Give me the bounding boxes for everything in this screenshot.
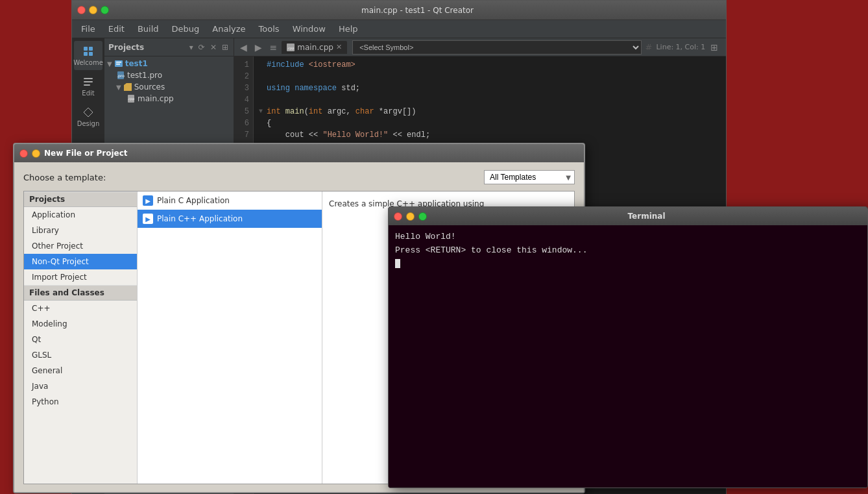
terminal-body[interactable]: Hello World! Press <RETURN> to close thi… xyxy=(389,225,867,488)
plain-cpp-label: Plain C++ Application xyxy=(157,214,243,223)
template-list: ▶ Plain C Application ▶ Plain C++ Applic… xyxy=(138,191,322,484)
cat-cpp[interactable]: C++ xyxy=(24,301,137,316)
cat-python[interactable]: Python xyxy=(24,394,137,410)
menu-help[interactable]: Help xyxy=(332,21,365,36)
edit-button[interactable]: Edit xyxy=(74,71,102,101)
cat-glsl[interactable]: GLSL xyxy=(24,347,137,363)
tree-item-pro[interactable]: .pro test1.pro xyxy=(104,69,234,81)
cat-library[interactable]: Library xyxy=(24,223,137,238)
close-button[interactable] xyxy=(77,6,86,14)
welcome-label: Welcome xyxy=(73,59,103,66)
svg-rect-9 xyxy=(116,64,120,65)
menu-analyze[interactable]: Analyze xyxy=(206,21,252,36)
editor-tab-bar: ◀ ▶ ≡ .cpp main.cpp ✕ <Select Symbol> # xyxy=(234,38,726,56)
svg-rect-8 xyxy=(116,62,121,63)
plain-c-label: Plain C Application xyxy=(157,196,230,205)
terminal-max-button[interactable] xyxy=(418,212,427,221)
plain-c-icon: ▶ xyxy=(143,195,153,206)
cat-java[interactable]: Java xyxy=(24,378,137,394)
menu-bar: File Edit Build Debug Analyze Tools Wind… xyxy=(72,20,726,38)
expand-icon[interactable]: ⊞ xyxy=(221,42,230,53)
sync-icon[interactable]: ⟳ xyxy=(197,42,206,53)
design-label: Design xyxy=(77,120,100,127)
svg-text:.pro: .pro xyxy=(117,73,125,79)
menu-build[interactable]: Build xyxy=(131,21,165,36)
dialog-min-button[interactable] xyxy=(32,149,40,158)
panel-title: Projects xyxy=(108,43,186,52)
template-plain-cpp[interactable]: ▶ Plain C++ Application xyxy=(138,210,322,228)
edit-label: Edit xyxy=(82,90,94,97)
svg-rect-4 xyxy=(84,78,93,79)
dialog-title-bar: New File or Project xyxy=(14,144,584,162)
svg-rect-2 xyxy=(84,52,88,56)
svg-rect-1 xyxy=(89,47,93,51)
terminal-title: Terminal xyxy=(431,212,862,221)
cat-modeling[interactable]: Modeling xyxy=(24,316,137,332)
tab-close-icon[interactable]: ✕ xyxy=(336,43,342,51)
terminal-cursor xyxy=(395,259,400,268)
terminal-cursor-line xyxy=(395,258,861,271)
tree-item-main[interactable]: .cpp main.cpp xyxy=(104,93,234,105)
cat-qt[interactable]: Qt xyxy=(24,332,137,347)
design-button[interactable]: Design xyxy=(74,102,102,131)
tree-pro-label: test1.pro xyxy=(127,71,162,80)
svg-rect-6 xyxy=(84,84,90,86)
svg-text:.cpp: .cpp xyxy=(128,97,135,101)
filter-icon[interactable]: ▾ xyxy=(188,42,195,53)
minimize-button[interactable] xyxy=(89,6,97,14)
close-panel-icon[interactable]: ✕ xyxy=(209,42,218,53)
category-list: Projects Application Library Other Proje… xyxy=(24,191,138,484)
cat-general[interactable]: General xyxy=(24,363,137,378)
svg-rect-5 xyxy=(84,81,93,82)
nav-back-button[interactable]: ◀ xyxy=(237,40,250,55)
tree-sources-label: Sources xyxy=(134,82,165,92)
choose-template-label: Choose a template: xyxy=(23,173,106,182)
cat-nonqt-project[interactable]: Non-Qt Project xyxy=(24,254,137,269)
welcome-button[interactable]: Welcome xyxy=(74,41,102,70)
plain-cpp-icon: ▶ xyxy=(143,214,153,224)
template-filter-select[interactable]: All Templates Projects Files and Classes xyxy=(484,170,575,184)
tree-item-sources[interactable]: ▼ Sources xyxy=(104,81,234,93)
terminal-window: Terminal Hello World! Press <RETURN> to … xyxy=(388,206,868,488)
template-filter-wrapper: All Templates Projects Files and Classes xyxy=(484,170,575,184)
terminal-line2: Press <RETURN> to close this window... xyxy=(395,244,861,258)
menu-edit[interactable]: Edit xyxy=(102,21,131,36)
nav-dropdown-button[interactable]: ≡ xyxy=(267,40,281,55)
line-info: Line: 1, Col: 1 xyxy=(656,43,705,51)
files-header: Files and Classes xyxy=(24,285,137,301)
cat-application[interactable]: Application xyxy=(24,207,137,223)
symbol-select[interactable]: <Select Symbol> xyxy=(352,40,641,55)
menu-file[interactable]: File xyxy=(75,21,102,36)
svg-rect-3 xyxy=(89,52,93,56)
title-bar: main.cpp - test1 - Qt Creator xyxy=(72,1,726,20)
dialog-title: New File or Project xyxy=(44,149,579,158)
editor-tab-main[interactable]: .cpp main.cpp ✕ xyxy=(282,41,347,54)
template-plain-c[interactable]: ▶ Plain C Application xyxy=(138,191,322,210)
terminal-min-button[interactable] xyxy=(406,212,415,221)
cat-import-project[interactable]: Import Project xyxy=(24,269,137,285)
menu-tools[interactable]: Tools xyxy=(252,21,286,36)
tree-main-label: main.cpp xyxy=(138,94,174,103)
svg-rect-0 xyxy=(84,47,88,51)
terminal-line1: Hello World! xyxy=(395,230,861,244)
dialog-close-button[interactable] xyxy=(19,149,28,158)
menu-debug[interactable]: Debug xyxy=(165,21,206,36)
symbol-bar: <Select Symbol> # Line: 1, Col: 1 ⊞ xyxy=(348,40,723,55)
svg-text:.cpp: .cpp xyxy=(287,46,295,51)
choose-template-row: Choose a template: All Templates Project… xyxy=(23,170,575,184)
split-editor-button[interactable]: ⊞ xyxy=(709,41,719,54)
tree-item-test1[interactable]: ▼ test1 xyxy=(104,58,234,69)
project-name: test1 xyxy=(125,59,148,68)
tab-label: main.cpp xyxy=(297,43,333,52)
projects-header: Projects xyxy=(24,191,137,207)
nav-forward-button[interactable]: ▶ xyxy=(252,40,265,55)
cat-other-project[interactable]: Other Project xyxy=(24,238,137,254)
menu-window[interactable]: Window xyxy=(286,21,332,36)
terminal-title-bar: Terminal xyxy=(389,207,867,225)
terminal-close-button[interactable] xyxy=(394,212,402,221)
window-title: main.cpp - test1 - Qt Creator xyxy=(114,6,721,15)
panel-header: Projects ▾ ⟳ ✕ ⊞ xyxy=(104,38,234,56)
window-controls xyxy=(77,6,109,14)
maximize-button[interactable] xyxy=(101,6,109,14)
